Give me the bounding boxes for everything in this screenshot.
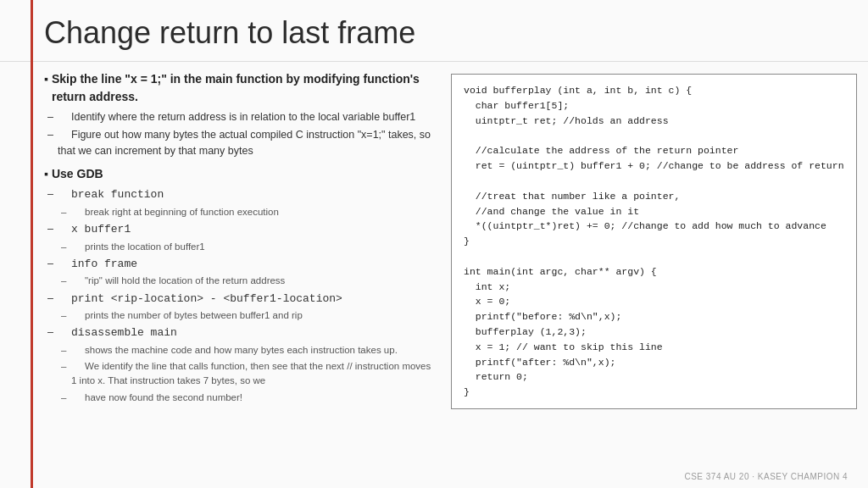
gdb-disassemble-desc2: We identify the line that calls function… xyxy=(44,359,434,389)
decorative-bar xyxy=(31,0,33,488)
section1-sub1: Identify where the return address is in … xyxy=(44,109,434,125)
gdb-info-cmd: info frame xyxy=(44,256,434,273)
code-block: void bufferplay (int a, int b, int c) { … xyxy=(451,74,857,409)
section1-main: Skip the line "x = 1;" in the main funct… xyxy=(44,70,434,106)
right-panel: void bufferplay (int a, int b, int c) { … xyxy=(451,70,857,488)
gdb-disassemble-desc1: shows the machine code and how many byte… xyxy=(44,343,434,358)
gdb-print-desc: prints the number of bytes between buffe… xyxy=(44,308,434,323)
section2-main: Use GDB xyxy=(44,165,434,183)
slide: Change return to last frame Skip the lin… xyxy=(0,0,868,488)
section1-sub2: Figure out how many bytes the actual com… xyxy=(44,127,434,159)
gdb-x-desc: prints the location of buffer1 xyxy=(44,240,434,254)
slide-title: Change return to last frame xyxy=(0,0,868,62)
gdb-disassemble-desc3: have now found the second number! xyxy=(44,391,434,405)
gdb-break-cmd: break function xyxy=(44,186,434,203)
gdb-disassemble-cmd: disassemble main xyxy=(44,324,434,341)
gdb-print-cmd: print <rip-location> - <buffer1-location… xyxy=(44,291,434,308)
content-area: Skip the line "x = 1;" in the main funct… xyxy=(0,70,868,488)
gdb-break-desc: break right at beginning of function exe… xyxy=(44,205,434,219)
slide-footer: CSE 374 AU 20 · KASEY CHAMPION 4 xyxy=(684,472,848,481)
gdb-info-desc: "rip" will hold the location of the retu… xyxy=(44,274,434,288)
gdb-x-cmd: x buffer1 xyxy=(44,221,434,238)
left-panel: Skip the line "x = 1;" in the main funct… xyxy=(44,70,434,488)
